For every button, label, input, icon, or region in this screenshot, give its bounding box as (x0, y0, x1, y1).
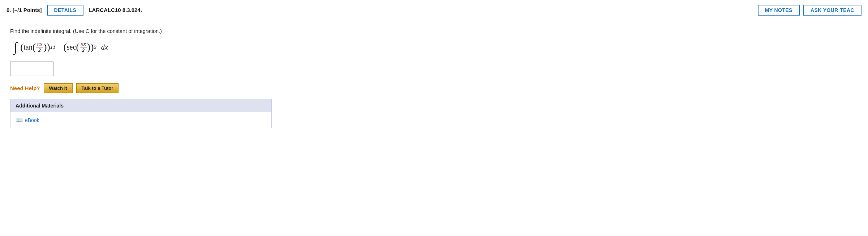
tan-frac-den: 2 (38, 47, 42, 53)
x-symbol-1: x (40, 41, 43, 47)
tan-group: ( tan ( πx 2 ) ) 11 (20, 41, 55, 53)
tan-frac-num: πx (36, 41, 43, 47)
ebook-link[interactable]: 📖 eBook (16, 117, 266, 123)
need-help-label: Need Help? (10, 85, 40, 91)
additional-materials-header: Additional Materials (10, 99, 271, 112)
header-right: MY NOTES ASK YOUR TEAC (758, 5, 861, 16)
x-symbol-2: x (83, 41, 86, 47)
sec-arg-frac: πx 2 (80, 41, 87, 53)
close-paren-tan: ) (47, 42, 50, 52)
integral-sign: ∫ (14, 41, 17, 54)
additional-materials-body: 📖 eBook (10, 112, 271, 128)
dx-symbol: dx (99, 43, 108, 51)
open-paren-sec: ( (63, 42, 66, 52)
pi-symbol-1: π (37, 41, 40, 47)
open-paren-tan-arg: ( (33, 42, 36, 52)
header-left: 0. [–/1 Points] DETAILS LARCALC10 8.3.02… (7, 5, 758, 16)
main-content: Find the indefinite integral. (Use C for… (0, 20, 282, 135)
tan-func: tan (23, 43, 32, 51)
sec-exponent: 2 (94, 45, 96, 50)
sec-func: sec (67, 43, 76, 51)
sec-frac-den: 2 (81, 47, 85, 53)
my-notes-button[interactable]: MY NOTES (758, 5, 800, 16)
tan-arg-frac: πx 2 (36, 41, 43, 53)
points-label: 0. [–/1 Points] (7, 7, 42, 13)
math-formula: ∫ ( tan ( πx 2 ) ) 11 ( sec ( πx 2 ) (14, 41, 272, 54)
sec-group: ( sec ( πx 2 ) ) 2 (63, 41, 96, 53)
space-1 (58, 42, 60, 52)
open-paren-tan: ( (20, 42, 23, 52)
close-paren-tan-arg: ) (43, 42, 47, 52)
open-paren-sec-arg: ( (76, 42, 79, 52)
answer-input[interactable] (10, 62, 53, 76)
additional-materials-section: Additional Materials 📖 eBook (10, 99, 272, 128)
tan-exponent: 11 (50, 45, 55, 50)
sec-frac-num: πx (80, 41, 87, 47)
ebook-icon: 📖 (16, 117, 23, 123)
close-paren-sec-arg: ) (87, 42, 90, 52)
details-button[interactable]: DETAILS (47, 5, 84, 16)
talk-tutor-button[interactable]: Talk to a Tutor (76, 83, 119, 93)
need-help-row: Need Help? Watch It Talk to a Tutor (10, 83, 272, 93)
watch-it-button[interactable]: Watch It (44, 83, 73, 93)
ebook-label: eBook (25, 117, 39, 123)
close-paren-sec: ) (90, 42, 94, 52)
problem-id: LARCALC10 8.3.024. (89, 7, 142, 13)
problem-instruction: Find the indefinite integral. (Use C for… (10, 28, 272, 34)
header-bar: 0. [–/1 Points] DETAILS LARCALC10 8.3.02… (0, 0, 868, 20)
ask-teacher-button[interactable]: ASK YOUR TEAC (803, 5, 861, 16)
